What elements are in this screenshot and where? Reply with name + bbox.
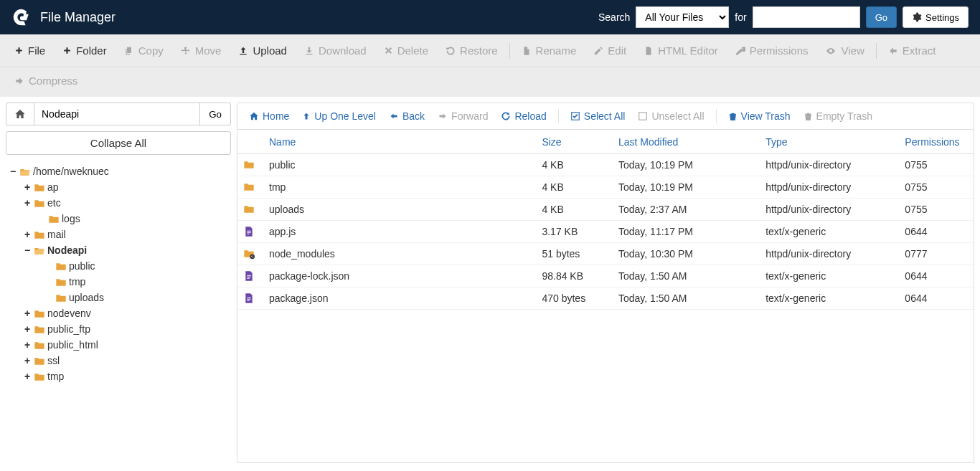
rename-button[interactable]: Rename — [514, 42, 584, 60]
fm-reload-button[interactable]: Reload — [496, 109, 550, 123]
collapse-all-button[interactable]: Collapse All — [6, 131, 231, 155]
tree-item[interactable]: +tmp — [6, 368, 231, 384]
main-area: Go Collapse All −/home/nweknuec+ap+etc+l… — [0, 97, 980, 469]
table-row[interactable]: tmp4 KBToday, 10:19 PMhttpd/unix-directo… — [237, 176, 974, 199]
table-row[interactable]: public4 KBToday, 10:19 PMhttpd/unix-dire… — [237, 154, 974, 176]
tree-toggle-icon[interactable]: + — [23, 323, 32, 335]
cell-modified: Today, 2:37 AM — [618, 204, 765, 215]
svg-rect-2 — [639, 113, 647, 120]
cell-permissions: 0755 — [905, 204, 974, 215]
main-toolbar: File Folder Copy Move Upload Download De… — [0, 34, 980, 67]
fm-separator — [558, 109, 559, 123]
search-input[interactable] — [753, 6, 860, 28]
cell-permissions: 0644 — [905, 270, 974, 282]
download-button[interactable]: Download — [297, 42, 374, 60]
tree-item[interactable]: +public — [6, 258, 231, 274]
cell-size: 4 KB — [542, 181, 618, 193]
cell-name: package-lock.json — [266, 270, 542, 282]
table-row[interactable]: uploads4 KBToday, 2:37 AMhttpd/unix-dire… — [237, 199, 974, 221]
tree-toggle-icon[interactable]: + — [23, 339, 32, 351]
upload-button[interactable]: Upload — [231, 42, 294, 60]
fm-unselect-all-button[interactable]: Unselect All — [633, 109, 708, 123]
fm-empty-trash-button[interactable]: Empty Trash — [799, 109, 877, 123]
tree-toggle-icon[interactable]: + — [23, 197, 32, 209]
permissions-button[interactable]: Permissions — [728, 42, 816, 60]
tree-toggle-icon[interactable]: + — [23, 355, 32, 366]
delete-button[interactable]: Delete — [377, 42, 435, 60]
tree-item[interactable]: +public_ftp — [6, 321, 231, 337]
right-pane: Home Up One Level Back Forward Reload Se… — [237, 97, 980, 469]
search-go-button[interactable]: Go — [866, 6, 897, 28]
fm-home-button[interactable]: Home — [245, 109, 293, 123]
view-button[interactable]: View — [818, 42, 871, 60]
fm-forward-button[interactable]: Forward — [433, 109, 492, 123]
table-row[interactable]: package-lock.json98.84 KBToday, 1:50 AMt… — [237, 265, 974, 287]
tree-toggle-icon[interactable]: + — [23, 371, 32, 382]
fm-select-all-button[interactable]: Select All — [566, 109, 630, 123]
home-button[interactable] — [6, 103, 34, 125]
table-row[interactable]: node_modules51 bytesToday, 10:30 PMhttpd… — [237, 243, 974, 265]
folder-icon — [237, 204, 266, 215]
folder-button[interactable]: Folder — [55, 42, 114, 60]
tree-toggle-icon[interactable]: + — [23, 308, 32, 319]
tree-item[interactable]: +uploads — [6, 290, 231, 305]
main-toolbar-row2: Compress — [0, 67, 980, 97]
extract-button[interactable]: Extract — [881, 42, 943, 60]
compress-button[interactable]: Compress — [7, 72, 85, 90]
tree-toggle-icon[interactable]: − — [23, 244, 32, 256]
tree-item[interactable]: +logs — [6, 211, 231, 227]
tree-item[interactable]: −Nodeapi — [6, 242, 231, 258]
table-row[interactable]: app.js3.17 KBToday, 11:17 PMtext/x-gener… — [237, 221, 974, 243]
file-icon — [237, 292, 266, 305]
fm-view-trash-button[interactable]: View Trash — [724, 109, 795, 123]
search-scope-select[interactable]: All Your Files — [636, 6, 729, 28]
cell-name: public — [266, 159, 542, 171]
folder-icon — [55, 292, 66, 303]
tree-toggle-icon[interactable]: + — [23, 181, 32, 193]
path-bar: Go — [0, 97, 237, 131]
col-size[interactable]: Size — [542, 136, 618, 148]
tree-item-label: logs — [62, 213, 80, 224]
tree-item[interactable]: +ap — [6, 179, 231, 195]
cell-permissions: 0644 — [905, 226, 974, 237]
move-button[interactable]: Move — [174, 42, 229, 60]
tree-item[interactable]: +public_html — [6, 337, 231, 353]
col-modified[interactable]: Last Modified — [618, 136, 765, 148]
col-type[interactable]: Type — [765, 136, 905, 148]
cell-modified: Today, 11:17 PM — [618, 226, 765, 237]
col-name[interactable]: Name — [266, 136, 542, 148]
fm-back-button[interactable]: Back — [385, 109, 429, 123]
copy-button[interactable]: Copy — [117, 42, 171, 60]
html-editor-button[interactable]: HTML Editor — [636, 42, 725, 60]
svg-point-0 — [742, 48, 743, 49]
folder-icon — [33, 324, 44, 334]
tree-toggle-icon[interactable]: + — [23, 229, 32, 240]
toolbar-separator — [509, 43, 510, 59]
file-button[interactable]: File — [7, 42, 52, 60]
tree-item[interactable]: +nodevenv — [6, 305, 231, 321]
edit-button[interactable]: Edit — [586, 42, 633, 60]
tree-item[interactable]: +etc — [6, 195, 231, 211]
tree-toggle-icon[interactable]: − — [9, 166, 17, 177]
table-row[interactable]: package.json470 bytesToday, 1:50 AMtext/… — [237, 287, 974, 310]
cell-size: 51 bytes — [542, 248, 618, 260]
restore-button[interactable]: Restore — [438, 42, 505, 60]
settings-button[interactable]: Settings — [903, 6, 969, 28]
toolbar-separator — [876, 43, 877, 59]
for-label: for — [735, 11, 746, 23]
col-permissions[interactable]: Permissions — [905, 136, 974, 148]
tree-item[interactable]: +ssl — [6, 353, 231, 368]
app-title: File Manager — [40, 10, 116, 25]
tree-item-label: uploads — [69, 292, 104, 303]
path-go-button[interactable]: Go — [200, 103, 231, 125]
folder-icon — [33, 371, 44, 381]
cell-permissions: 0644 — [905, 292, 974, 304]
folder-icon — [33, 229, 44, 239]
cell-type: httpd/unix-directory — [765, 159, 905, 171]
path-input[interactable] — [34, 103, 200, 125]
fm-up-button[interactable]: Up One Level — [298, 109, 380, 123]
folder-icon — [55, 277, 66, 287]
tree-item[interactable]: −/home/nweknuec — [6, 163, 231, 179]
tree-item[interactable]: +mail — [6, 227, 231, 242]
tree-item[interactable]: +tmp — [6, 274, 231, 290]
